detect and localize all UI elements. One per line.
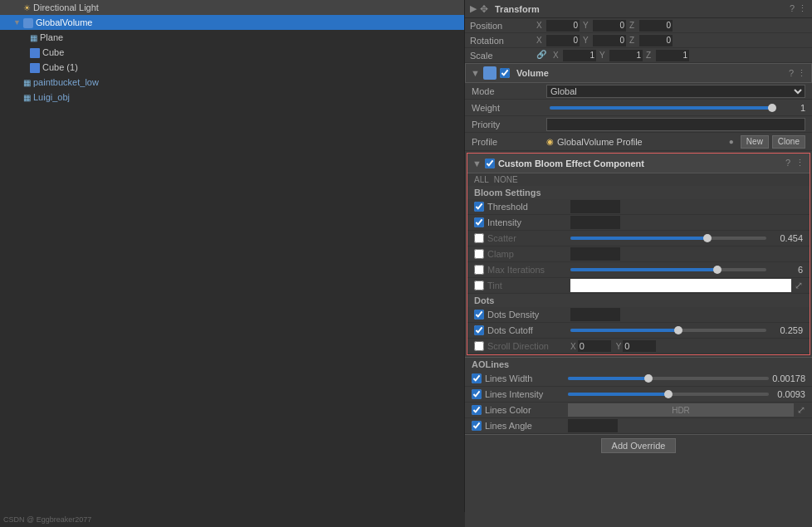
rotation-z-input[interactable] <box>639 35 673 46</box>
max-iterations-row: Max Iterations 6 <box>467 262 810 278</box>
volume-icon <box>483 66 496 80</box>
scale-y-input[interactable] <box>609 50 643 61</box>
max-iterations-thumb[interactable] <box>713 266 722 274</box>
transform-arrow-icon[interactable]: ▶ <box>470 3 477 14</box>
scatter-checkbox[interactable] <box>474 233 484 243</box>
max-iterations-slider[interactable] <box>570 268 766 271</box>
clamp-input[interactable]: 65472 <box>570 247 620 261</box>
bloom-component-header: ▼ Custom Bloom Effect Component ? ⋮ <box>467 154 810 173</box>
hierarchy-item-label-directional-light: Directional Light <box>33 2 99 12</box>
volume-arrow-icon[interactable]: ▼ <box>471 68 480 78</box>
mode-label: Mode <box>472 86 546 96</box>
tint-checkbox[interactable] <box>474 281 484 290</box>
profile-clone-button[interactable]: Clone <box>772 135 805 149</box>
none-button[interactable]: NONE <box>494 175 518 184</box>
lines-intensity-slider[interactable] <box>568 393 769 396</box>
rotation-y-input[interactable] <box>593 35 626 46</box>
transform-settings-icon[interactable]: ⋮ <box>798 3 807 14</box>
dots-group-label: Dots <box>467 294 810 307</box>
scatter-fill <box>570 237 707 240</box>
position-z-label: Z <box>629 21 638 30</box>
scatter-slider[interactable] <box>570 237 766 240</box>
item-icon-cube <box>30 46 42 57</box>
item-icon-luigi-obj: ▦ <box>23 92 33 102</box>
add-override-button[interactable]: Add Override <box>601 438 677 453</box>
mode-select[interactable]: Global <box>546 85 805 98</box>
scale-row: Scale 🔗 X Y Z <box>465 48 812 63</box>
scroll-direction-checkbox[interactable] <box>474 341 484 351</box>
hierarchy-item-label-plane: Plane <box>40 32 63 42</box>
tint-expand-icon[interactable]: ⤢ <box>795 280 803 291</box>
volume-enable-toggle[interactable] <box>500 68 510 78</box>
dots-cutoff-thumb[interactable] <box>674 326 682 334</box>
max-iterations-checkbox[interactable] <box>474 265 484 275</box>
transform-help-icon[interactable]: ? <box>790 3 795 14</box>
hierarchy-item-luigi-obj[interactable]: ▦Luigi_obj <box>0 90 464 105</box>
hierarchy-item-directional-light[interactable]: ☀Directional Light <box>0 0 464 15</box>
bloom-help-icon[interactable]: ? <box>785 158 790 168</box>
intensity-input[interactable]: 1.34 <box>570 216 620 229</box>
item-icon-plane: ▦ <box>30 32 40 42</box>
bloom-enable-toggle[interactable] <box>485 159 495 168</box>
threshold-input[interactable]: 0.9 <box>570 200 620 213</box>
scale-label: Scale <box>470 51 536 61</box>
item-icon-paintbucket: ▦ <box>23 77 33 87</box>
dots-cutoff-slider[interactable] <box>570 329 766 332</box>
aolines-section: AOLines Lines Width 0.00178 Lines Intens… <box>465 357 812 434</box>
priority-row: Priority 0 <box>465 116 812 133</box>
position-x-label: X <box>536 21 545 30</box>
lines-width-fill <box>568 377 648 380</box>
lines-width-checkbox[interactable] <box>472 373 482 383</box>
scale-z-input[interactable] <box>656 50 689 61</box>
hierarchy-item-label-cube: Cube <box>42 47 64 57</box>
scale-x-label: X <box>553 51 561 60</box>
hierarchy-item-cube[interactable]: Cube <box>0 45 464 60</box>
lines-intensity-checkbox[interactable] <box>472 389 482 399</box>
intensity-row: Intensity 1.34 <box>467 215 810 231</box>
lines-width-slider[interactable] <box>568 377 769 380</box>
weight-thumb[interactable] <box>768 104 776 112</box>
rotation-x-input[interactable] <box>546 35 580 46</box>
volume-settings-icon[interactable]: ⋮ <box>797 68 806 79</box>
dots-density-checkbox[interactable] <box>474 310 484 320</box>
hierarchy-item-paintbucket[interactable]: ▦paintbucket_low <box>0 75 464 90</box>
lines-angle-checkbox[interactable] <box>472 421 482 431</box>
volume-section-header: ▼ Volume ? ⋮ <box>465 63 812 83</box>
lines-intensity-thumb[interactable] <box>664 390 673 398</box>
volume-help-icon[interactable]: ? <box>789 68 794 79</box>
dots-cutoff-checkbox[interactable] <box>474 325 484 335</box>
weight-slider: 1 <box>546 103 805 113</box>
bloom-menu-icon[interactable]: ⋮ <box>795 158 805 168</box>
all-button[interactable]: ALL <box>474 175 489 184</box>
scatter-thumb[interactable] <box>703 234 712 242</box>
hierarchy-item-cube1[interactable]: Cube (1) <box>0 60 464 75</box>
position-x-input[interactable] <box>546 20 580 32</box>
profile-new-button[interactable]: New <box>741 135 769 149</box>
threshold-checkbox[interactable] <box>474 202 484 212</box>
dots-density-input[interactable]: 41 <box>570 308 620 321</box>
weight-track[interactable] <box>550 106 772 110</box>
clamp-checkbox[interactable] <box>474 249 484 259</box>
lines-color-swatch[interactable]: HDR <box>568 403 794 417</box>
scroll-y-input[interactable] <box>623 340 656 352</box>
scale-x-input[interactable] <box>563 50 596 61</box>
scroll-x-input[interactable] <box>578 340 611 352</box>
lines-color-checkbox[interactable] <box>472 405 482 415</box>
position-y-input[interactable] <box>593 20 626 32</box>
bloom-arrow-icon[interactable]: ▼ <box>472 159 482 168</box>
rotation-y-label: Y <box>583 36 591 45</box>
volume-title: Volume <box>516 68 549 78</box>
lines-angle-input[interactable]: -24.7 <box>568 419 618 432</box>
priority-input[interactable]: 0 <box>546 118 805 131</box>
dots-cutoff-label: Dots Cutoff <box>487 325 570 335</box>
lines-width-row: Lines Width 0.00178 <box>465 371 812 387</box>
lines-width-thumb[interactable] <box>644 374 653 383</box>
hierarchy-item-plane[interactable]: ▦Plane <box>0 30 464 45</box>
dots-cutoff-row: Dots Cutoff 0.259 <box>467 323 810 339</box>
tint-color-swatch[interactable] <box>570 279 791 292</box>
hierarchy-item-global-volume[interactable]: ▼GlobalVolume <box>0 15 464 30</box>
intensity-checkbox[interactable] <box>474 217 484 227</box>
position-z-input[interactable] <box>639 20 673 32</box>
dots-cutoff-fill <box>570 329 678 332</box>
lines-color-expand-icon[interactable]: ⤢ <box>797 404 805 416</box>
